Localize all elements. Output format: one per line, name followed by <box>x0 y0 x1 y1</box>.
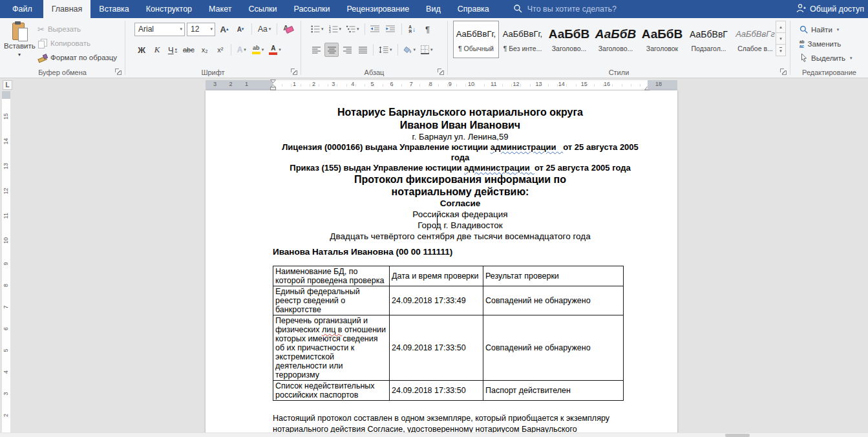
action-name-line: Согласие <box>273 198 648 209</box>
tab-mailings[interactable]: Рассылки <box>285 0 338 18</box>
styles-scroll-down-button[interactable]: ▾ <box>776 32 786 45</box>
document-page[interactable]: Нотариус Барнаульского нотариального окр… <box>206 91 677 437</box>
find-magnifier-icon <box>799 25 808 35</box>
cut-button[interactable]: Вырезать <box>37 23 81 36</box>
paragraph-dialog-launcher[interactable] <box>437 68 444 75</box>
grow-font-button[interactable] <box>217 22 231 36</box>
horizontal-scrollbar-thumb[interactable] <box>725 434 750 437</box>
sort-button[interactable]: АЯ↓ <box>405 22 419 36</box>
ruler-writing-area: 1 2 3 4 5 6 7 8 9 10 11 12 13 14 15 16 <box>273 80 648 90</box>
order-line: Приказ (155) выдан Управление юстиции ад… <box>273 163 648 173</box>
vertical-ruler[interactable]: 1 2 3 4 5 6 7 8 9 10 11 12 13 14 15 <box>2 91 10 437</box>
cell-datetime[interactable]: 24.09.2018 17:33:49 <box>390 286 483 315</box>
style-subtitle[interactable]: АаБбВвГПодзагол... <box>686 21 732 58</box>
cell-result[interactable]: Паспорт действителен <box>483 381 624 401</box>
styles-scroll-up-button[interactable]: ▴ <box>776 21 786 33</box>
decrease-indent-button[interactable] <box>368 22 383 36</box>
text-effects-button[interactable]: A <box>235 43 249 57</box>
multilevel-list-button[interactable] <box>344 22 361 36</box>
subscript-button[interactable]: x₂ <box>198 43 212 57</box>
font-size-combobox[interactable]: 12 <box>187 23 215 36</box>
align-left-icon <box>312 47 321 54</box>
superscript-button[interactable]: x² <box>213 43 228 57</box>
copy-label: Копировать <box>50 39 90 47</box>
tab-references[interactable]: Ссылки <box>240 0 285 18</box>
tab-insert[interactable]: Вставка <box>90 0 137 18</box>
ruler-left-margin: 3 2 1 <box>206 80 273 90</box>
borders-button[interactable] <box>419 43 435 57</box>
tab-layout[interactable]: Макет <box>200 0 240 18</box>
date-words-line: Двадцать четвёртого сентября две тысячи … <box>273 231 648 242</box>
cell-datetime[interactable]: 24.09.2018 17:33:50 <box>390 315 483 381</box>
strikethrough-button[interactable]: abc <box>181 43 196 57</box>
justify-button[interactable] <box>355 43 370 57</box>
spelling-flagged-word: лиц в <box>322 325 343 334</box>
style-heading1[interactable]: АаБбВЗаголово... <box>546 21 592 58</box>
paragraph-group: 123 АЯ↓ ¶ Абзац <box>301 18 447 78</box>
bullets-button[interactable] <box>309 22 326 36</box>
table-row: Единый федеральный реестр сведений о бан… <box>273 286 624 315</box>
font-color-icon: А <box>269 45 277 55</box>
cell-db-name[interactable]: Перечень организаций и физических лиц в … <box>273 315 390 381</box>
shading-button[interactable] <box>401 43 418 57</box>
tab-stop-selector[interactable] <box>3 80 12 90</box>
paste-button[interactable]: Вставить <box>4 21 35 70</box>
cell-result[interactable]: Совпадений не обнаружено <box>483 315 624 381</box>
styles-gallery-more-button[interactable]: ▾ <box>776 44 786 56</box>
align-center-icon <box>328 47 336 54</box>
tab-view[interactable]: Вид <box>418 0 449 18</box>
align-left-button[interactable] <box>309 43 323 57</box>
cell-result[interactable]: Совпадений не обнаружено <box>483 286 624 315</box>
styles-gallery-scroll: ▴ ▾ ▾ <box>776 21 786 56</box>
font-family-combobox[interactable]: Arial <box>134 23 185 36</box>
numbering-button[interactable]: 123 <box>327 22 344 36</box>
text-highlight-button[interactable]: ab <box>250 43 266 57</box>
copy-button[interactable]: Копировать <box>37 37 90 50</box>
header-db-name[interactable]: Наименование БД, по которой проведена пр… <box>273 266 390 286</box>
share-button[interactable]: Общий доступ <box>796 0 864 18</box>
clear-formatting-button[interactable] <box>281 22 295 36</box>
clipboard-dialog-launcher[interactable] <box>114 68 122 75</box>
horizontal-scrollbar[interactable] <box>0 432 868 437</box>
line-spacing-icon <box>379 46 388 54</box>
replace-label: Заменить <box>808 40 842 48</box>
font-color-button[interactable]: А <box>267 43 283 57</box>
tab-help[interactable]: Справка <box>449 0 498 18</box>
horizontal-ruler[interactable]: 3 2 1 1 2 3 4 5 6 7 8 9 10 11 12 13 14 1… <box>206 80 677 90</box>
replace-button[interactable]: Заменить <box>799 37 841 50</box>
cell-db-name[interactable]: Единый федеральный реестр сведений о бан… <box>273 286 390 315</box>
style-subtle-emphasis[interactable]: АаБбВвГгСлабое в... <box>732 21 778 58</box>
underline-label: Ч <box>168 45 174 55</box>
format-painter-button[interactable]: Формат по образцу <box>37 51 117 64</box>
increase-indent-button[interactable] <box>384 22 398 36</box>
change-case-button[interactable]: Aa <box>256 22 273 36</box>
style-normal[interactable]: АаБбВвГг,¶ Обычный <box>453 21 499 58</box>
align-right-button[interactable] <box>340 43 354 57</box>
header-result[interactable]: Результат проверки <box>483 266 624 286</box>
cell-datetime[interactable]: 24.09.2018 17:33:50 <box>390 381 483 401</box>
font-dialog-launcher[interactable] <box>290 68 297 75</box>
line-spacing-button[interactable] <box>377 43 394 57</box>
bold-button[interactable]: Ж <box>134 43 149 57</box>
tab-review[interactable]: Рецензирование <box>339 0 418 18</box>
tab-design[interactable]: Конструктор <box>138 0 200 18</box>
style-title[interactable]: АаБбВЗаголовок <box>639 21 685 58</box>
paragraph-group-label: Абзац <box>301 69 447 76</box>
tell-me-search[interactable]: Что вы хотите сделать? <box>513 0 617 18</box>
italic-button[interactable]: К <box>150 43 164 57</box>
header-datetime[interactable]: Дата и время проверки <box>390 266 483 286</box>
find-button[interactable]: Найти <box>799 23 839 36</box>
underline-button[interactable]: Ч <box>165 43 180 57</box>
tab-home[interactable]: Главная <box>43 0 91 18</box>
tab-file[interactable]: Файл <box>1 0 43 18</box>
shrink-font-button[interactable] <box>233 22 248 36</box>
select-button[interactable]: Выделить <box>799 52 852 65</box>
align-center-button[interactable] <box>324 43 339 57</box>
style-no-spacing[interactable]: АаБбВвГг,¶ Без инте... <box>500 21 545 58</box>
show-paragraph-marks-button[interactable]: ¶ <box>421 22 435 36</box>
style-heading2[interactable]: АаБбВЗаголово... <box>593 21 639 58</box>
styles-dialog-launcher[interactable] <box>779 68 787 75</box>
paste-dropdown-arrow[interactable] <box>4 50 35 58</box>
table-header-row: Наименование БД, по которой проведена пр… <box>273 266 624 286</box>
cell-db-name[interactable]: Список недействительных российских паспо… <box>273 381 390 401</box>
